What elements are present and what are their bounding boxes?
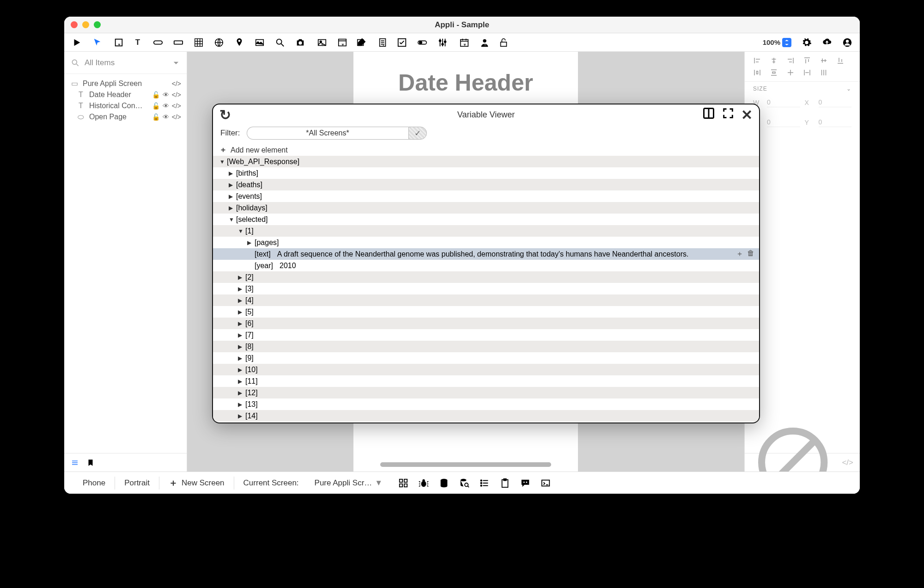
tree-node[interactable]: ▶[6]	[213, 318, 759, 329]
database-search-icon[interactable]	[459, 478, 469, 488]
align-left-icon[interactable]	[753, 56, 761, 65]
comment-icon[interactable]	[520, 478, 530, 488]
chevron-down-icon[interactable]	[172, 59, 180, 67]
grid-tool-icon[interactable]	[194, 37, 204, 48]
tree-node[interactable]: ▶[10]	[213, 364, 759, 375]
pin-icon[interactable]	[234, 37, 244, 48]
align-top-icon[interactable]	[803, 56, 811, 65]
lock-open-icon[interactable]: 🔓	[152, 91, 160, 98]
spacing-icon[interactable]	[820, 68, 828, 77]
trash-icon[interactable]: 🗑	[747, 249, 754, 259]
refresh-icon[interactable]: ↻	[219, 107, 231, 123]
new-screen-button[interactable]: ＋ New Screen	[159, 477, 234, 490]
align-right-icon[interactable]	[786, 56, 795, 65]
bookmark-icon[interactable]	[86, 459, 95, 467]
terminal-icon[interactable]	[541, 478, 551, 488]
current-screen-selector[interactable]: Pure Appli Scr… ▼	[308, 478, 389, 488]
width-input[interactable]: 0	[767, 98, 800, 107]
plus-icon[interactable]: ＋	[736, 249, 743, 259]
tree-node-root[interactable]: ▼[Web_API_Response]	[213, 156, 759, 167]
browser-tool-icon[interactable]: ▼	[336, 37, 346, 48]
search-icon[interactable]	[275, 37, 285, 48]
lock-open-icon[interactable]	[498, 37, 509, 48]
tree-node[interactable]: ▶[4]	[213, 294, 759, 306]
tree-node[interactable]: ▶[7]	[213, 329, 759, 341]
zoom-dropdown-icon[interactable]	[782, 38, 791, 47]
filter-selector[interactable]: *All Screens* ✓	[247, 127, 427, 140]
tree-item-historical[interactable]: T Historical Con… 🔓👁</>	[64, 100, 187, 111]
device-selector[interactable]: Phone	[73, 477, 115, 490]
tree-leaf-year[interactable]: [year]2010	[213, 260, 759, 271]
eye-icon[interactable]: 👁	[163, 102, 169, 110]
tree-node[interactable]: ▶[holidays]	[213, 202, 759, 214]
orientation-selector[interactable]: Portrait	[115, 477, 159, 490]
play-icon[interactable]	[72, 37, 82, 48]
variable-tree[interactable]: ＋ Add new element ▼[Web_API_Response] ▶[…	[213, 144, 759, 423]
lock-open-icon[interactable]: 🔓	[152, 113, 160, 121]
sliders-icon[interactable]	[438, 37, 448, 48]
tree-node[interactable]: ▶[2]	[213, 271, 759, 283]
tree-node-selected[interactable]: ▼[selected]	[213, 214, 759, 225]
checkbox-icon[interactable]	[397, 37, 407, 48]
tree-node[interactable]: ▶[8]	[213, 341, 759, 352]
button-tool-icon[interactable]	[153, 37, 163, 48]
list-icon[interactable]	[71, 459, 79, 467]
close-icon[interactable]: ✕	[741, 107, 753, 123]
tree-item-dateheader[interactable]: T Date Header 🔓👁</>	[64, 89, 187, 100]
tree-node[interactable]: ▶[12]	[213, 387, 759, 398]
lock-open-icon[interactable]: 🔓	[152, 102, 160, 110]
code-icon[interactable]: </>	[172, 91, 181, 98]
pointer-icon[interactable]	[92, 37, 102, 48]
sidebar-search[interactable]: All Items	[64, 52, 187, 74]
code-icon[interactable]: </>	[842, 458, 853, 467]
tree-node[interactable]: ▶[13]	[213, 398, 759, 410]
edit-icon[interactable]	[356, 37, 366, 48]
field-tool-icon[interactable]	[173, 37, 183, 48]
tree-node[interactable]: ▼[1]	[213, 225, 759, 237]
cloud-upload-icon[interactable]	[822, 37, 832, 48]
grid-view-icon[interactable]	[398, 478, 408, 488]
image-tool-icon[interactable]	[255, 37, 265, 48]
fullscreen-icon[interactable]	[722, 107, 735, 120]
zoom-control[interactable]: 100%	[763, 38, 791, 47]
add-element-button[interactable]: ＋ Add new element	[213, 144, 759, 156]
tree-node[interactable]: ▶[14]	[213, 410, 759, 422]
gear-icon[interactable]	[802, 37, 812, 48]
tree-node[interactable]: ▶[3]	[213, 283, 759, 294]
tree-item-openpage[interactable]: ⬭ Open Page 🔓👁</>	[64, 111, 187, 122]
align-middle-icon[interactable]	[820, 56, 828, 65]
align-center-h-icon[interactable]	[770, 56, 778, 65]
y-input[interactable]: 0	[819, 117, 852, 127]
document-tool-icon[interactable]: ▼	[377, 37, 387, 48]
stretch-h-icon[interactable]	[803, 68, 811, 77]
calendar-icon[interactable]: ▼	[458, 37, 468, 48]
rectangle-tool-icon[interactable]: ▼	[112, 37, 122, 48]
align-bottom-icon[interactable]	[836, 56, 845, 65]
camera-icon[interactable]	[295, 37, 305, 48]
tree-node[interactable]: ▶[births]	[213, 167, 759, 179]
tree-node[interactable]: ▶[pages]	[213, 237, 759, 248]
distribute-v-icon[interactable]	[770, 68, 778, 77]
code-icon[interactable]: </>	[172, 80, 181, 87]
split-view-icon[interactable]	[702, 107, 715, 120]
toggle-icon[interactable]	[417, 37, 427, 48]
database-icon[interactable]	[439, 478, 449, 488]
account-icon[interactable]	[842, 37, 852, 48]
list-icon[interactable]	[480, 478, 490, 488]
tree-node[interactable]: ▶[events]	[213, 190, 759, 202]
code-icon[interactable]: </>	[172, 102, 181, 110]
height-input[interactable]: 0	[767, 117, 800, 127]
filter-apply-icon[interactable]: ✓	[408, 127, 427, 140]
tree-leaf-text[interactable]: [text] A draft sequence of the Neanderth…	[213, 248, 759, 260]
code-icon[interactable]: </>	[172, 113, 181, 121]
eye-icon[interactable]: 👁	[163, 113, 169, 121]
user-icon[interactable]: ▼	[478, 37, 488, 48]
tree-node[interactable]: ▶[deaths]	[213, 179, 759, 190]
tree-node[interactable]: ▶[5]	[213, 306, 759, 318]
globe-icon[interactable]	[214, 37, 224, 48]
canvas-scrollbar[interactable]	[380, 462, 551, 467]
text-tool-icon[interactable]: T	[133, 37, 143, 48]
tree-node[interactable]: ▶[9]	[213, 352, 759, 364]
x-input[interactable]: 0	[819, 98, 852, 107]
distribute-h-icon[interactable]	[753, 68, 761, 77]
